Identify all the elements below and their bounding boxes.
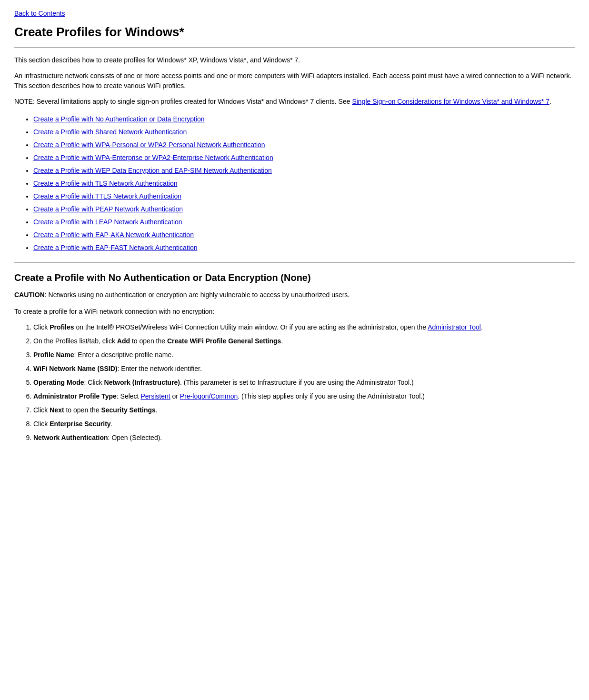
persistent-link[interactable]: Persistent — [140, 392, 170, 400]
toc-link-11[interactable]: Create a Profile with EAP-FAST Network A… — [33, 244, 197, 251]
admin-profile-bold: Administrator Profile Type — [33, 392, 117, 400]
pre-logon-link[interactable]: Pre-logon/Common — [180, 392, 238, 400]
note-para: NOTE: Several limitations apply to singl… — [14, 97, 575, 107]
toc-list: Create a Profile with No Authentication … — [33, 114, 575, 253]
step-7: Click Next to open the Security Settings… — [33, 405, 575, 415]
toc-link-4[interactable]: Create a Profile with WPA-Enterprise or … — [33, 154, 273, 161]
add-bold: Add — [117, 337, 130, 345]
toc-link-5[interactable]: Create a Profile with WEP Data Encryptio… — [33, 167, 272, 174]
intro-para2: An infrastructure network consists of on… — [14, 71, 575, 91]
step-1: Click Profiles on the Intel® PROSet/Wire… — [33, 322, 575, 332]
steps-list: Click Profiles on the Intel® PROSet/Wire… — [33, 322, 575, 443]
security-settings-bold: Security Settings — [101, 406, 155, 414]
section1-title: Create a Profile with No Authentication … — [14, 272, 575, 283]
profiles-bold: Profiles — [50, 323, 74, 331]
list-item: Create a Profile with EAP-FAST Network A… — [33, 243, 575, 253]
intro-para1: This section describes how to create pro… — [14, 55, 575, 65]
list-item: Create a Profile with TLS Network Authen… — [33, 179, 575, 189]
step-8: Click Enterprise Security. — [33, 419, 575, 429]
top-divider — [14, 47, 575, 48]
list-item: Create a Profile with TTLS Network Authe… — [33, 191, 575, 201]
profile-name-bold: Profile Name — [33, 351, 74, 359]
next-bold: Next — [50, 406, 64, 414]
list-item: Create a Profile with EAP-AKA Network Au… — [33, 230, 575, 240]
caution-text: CAUTION: Networks using no authenticatio… — [14, 290, 575, 300]
back-to-contents-link[interactable]: Back to Contents — [14, 10, 575, 17]
list-item: Create a Profile with WPA-Personal or WP… — [33, 140, 575, 150]
step-3: Profile Name: Enter a descriptive profil… — [33, 350, 575, 360]
step-6: Administrator Profile Type: Select Persi… — [33, 391, 575, 401]
intro-section: This section describes how to create pro… — [14, 55, 575, 107]
wifi-name-bold: WiFi Network Name (SSID) — [33, 365, 117, 372]
note-text-start: NOTE: Several limitations apply to singl… — [14, 98, 352, 105]
step-4: WiFi Network Name (SSID): Enter the netw… — [33, 364, 575, 374]
toc-link-8[interactable]: Create a Profile with PEAP Network Authe… — [33, 205, 183, 213]
caution-label: CAUTION — [14, 291, 45, 299]
list-item: Create a Profile with PEAP Network Authe… — [33, 204, 575, 214]
step-5: Operating Mode: Click Network (Infrastru… — [33, 378, 575, 388]
sso-link[interactable]: Single Sign-on Considerations for Window… — [352, 98, 549, 105]
toc-link-7[interactable]: Create a Profile with TTLS Network Authe… — [33, 192, 181, 200]
create-wifi-bold: Create WiFi Profile General Settings — [167, 337, 281, 345]
toc-link-2[interactable]: Create a Profile with Shared Network Aut… — [33, 128, 187, 136]
operating-mode-bold: Operating Mode — [33, 379, 84, 386]
list-item: Create a Profile with LEAP Network Authe… — [33, 217, 575, 227]
admin-tool-link[interactable]: Administrator Tool — [428, 323, 481, 331]
list-item: Create a Profile with WEP Data Encryptio… — [33, 166, 575, 176]
toc-link-9[interactable]: Create a Profile with LEAP Network Authe… — [33, 218, 182, 226]
step-2: On the Profiles list/tab, click Add to o… — [33, 336, 575, 346]
enterprise-security-bold: Enterprise Security — [50, 420, 110, 428]
list-item: Create a Profile with WPA-Enterprise or … — [33, 153, 575, 163]
caution-body: : Networks using no authentication or en… — [45, 291, 349, 299]
network-auth-bold: Network Authentication — [33, 434, 108, 441]
step-9: Network Authentication: Open (Selected). — [33, 433, 575, 443]
toc-link-6[interactable]: Create a Profile with TLS Network Authen… — [33, 180, 177, 187]
page-title: Create Profiles for Windows* — [14, 25, 575, 40]
note-text-end: . — [549, 98, 551, 105]
toc-link-3[interactable]: Create a Profile with WPA-Personal or WP… — [33, 141, 265, 149]
network-infra-bold: Network (Infrastructure) — [104, 379, 180, 386]
section1-intro: To create a profile for a WiFi network c… — [14, 307, 575, 317]
middle-divider — [14, 262, 575, 263]
toc-link-10[interactable]: Create a Profile with EAP-AKA Network Au… — [33, 231, 194, 239]
list-item: Create a Profile with No Authentication … — [33, 114, 575, 124]
toc-link-1[interactable]: Create a Profile with No Authentication … — [33, 115, 205, 123]
list-item: Create a Profile with Shared Network Aut… — [33, 127, 575, 137]
